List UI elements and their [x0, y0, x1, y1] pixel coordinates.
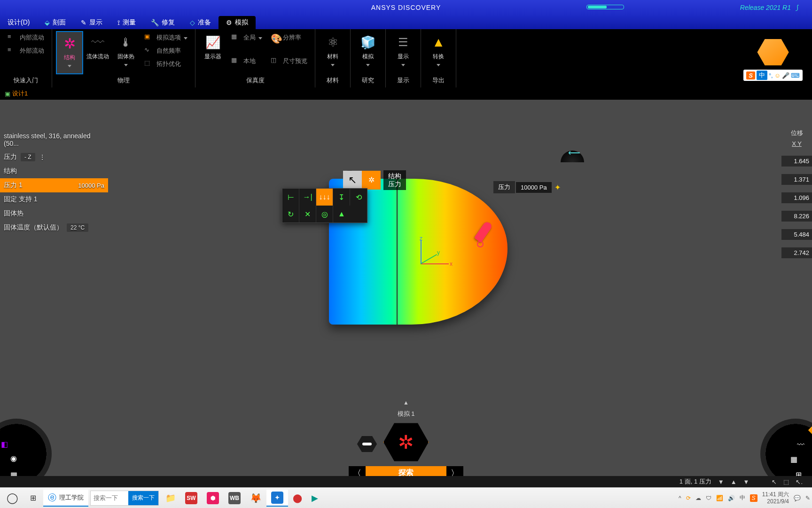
tree-structure[interactable]: 结构	[0, 164, 108, 178]
ctx-btn-remote[interactable]: ↻	[282, 206, 299, 222]
btn-simulate[interactable]: 🧊 模拟	[354, 31, 382, 74]
btn-local[interactable]: ▦本地	[227, 55, 266, 68]
tray-volume-icon[interactable]: 🔊	[728, 495, 735, 501]
stage-solve-button[interactable]: ✲	[383, 421, 429, 463]
status-up-icon[interactable]: ▲	[731, 478, 737, 485]
btn-fluid-flow[interactable]: 〰 流体流动	[84, 31, 111, 74]
tree-pressure1[interactable]: 压力 110000 Pa	[0, 178, 108, 192]
tree-material[interactable]: stainless steel, 316, annealed (50...	[0, 129, 108, 150]
cursor-box-icon[interactable]: ⬚	[783, 478, 789, 485]
status-down-icon[interactable]: ▼	[718, 478, 724, 485]
task-app1[interactable]: ⬢	[202, 490, 224, 507]
tray-up-icon[interactable]: ^	[679, 495, 681, 501]
chevron-up-icon[interactable]: ▲	[403, 399, 409, 406]
structure-icon[interactable]: ✲	[362, 171, 381, 190]
tray-notifications-icon[interactable]: 💬	[794, 495, 801, 501]
start-button[interactable]: ◯	[2, 488, 23, 508]
tray-security-icon[interactable]: 🛡	[706, 495, 711, 501]
ctx-btn-pressure[interactable]: ↓↓↓	[316, 189, 333, 206]
stage-minimize[interactable]	[357, 435, 377, 453]
btn-material[interactable]: ⚛ 材料	[319, 31, 346, 74]
wheel-axis-icon[interactable]: x	[0, 463, 3, 476]
cursor-select-icon[interactable]: ↖	[772, 478, 777, 485]
btn-sim-options[interactable]: ▣模拟选项	[141, 31, 191, 44]
task-record[interactable]: ⬤	[288, 490, 307, 507]
task-workbench[interactable]: WB	[224, 490, 245, 507]
btn-internal-flow[interactable]: ≡内部流动	[4, 31, 48, 44]
view-compass[interactable]: ⟵	[561, 151, 584, 174]
tray-pen-icon[interactable]: ✎	[805, 495, 810, 501]
status-down2-icon[interactable]: ▼	[743, 478, 750, 485]
app1-icon: ⬢	[207, 492, 219, 504]
wheel-spark-icon[interactable]: ✦	[0, 423, 4, 437]
wheel-cube-icon[interactable]: ◧	[0, 437, 11, 451]
btn-resolution[interactable]: 🎨分辨率	[267, 31, 311, 44]
btn-structure[interactable]: ✲ 结构	[56, 31, 83, 74]
ctx-btn-moment[interactable]: ⟲	[350, 189, 367, 206]
ribbon-group-quick: ≡内部流动 ≡外部流动 快速入门	[0, 29, 52, 87]
wheel-reel-icon[interactable]: ◉	[7, 452, 20, 465]
tab-repair[interactable]: 🔧修复	[143, 16, 182, 29]
tray-wifi-icon[interactable]: 📶	[716, 495, 723, 501]
group-label-physics: 物理	[56, 75, 191, 86]
task-explorer[interactable]: 📁	[161, 490, 180, 507]
discovery-logo-icon[interactable]	[757, 38, 789, 67]
flow-out-icon: ≡	[8, 46, 17, 56]
task-firefox[interactable]: 🦊	[245, 490, 266, 507]
tray-lang-icon[interactable]: 中	[740, 494, 745, 502]
ctx-btn-displacement[interactable]: ↧	[333, 189, 350, 206]
wheel-mesh-icon[interactable]: ▦	[787, 452, 800, 466]
group-label-research: 研究	[354, 75, 382, 86]
probe-marker-icon[interactable]	[479, 221, 498, 249]
btn-convert[interactable]: ▲ 转换	[425, 31, 452, 74]
ctx-btn-bearing[interactable]: ◎	[316, 206, 333, 222]
tray-cloud-icon[interactable]: ☁	[695, 495, 701, 501]
tab-display[interactable]: ✎显示	[73, 16, 110, 29]
btn-natural-freq[interactable]: ∿自然频率	[141, 44, 191, 57]
ctx-btn-fixed[interactable]: ⊢	[282, 189, 299, 206]
ctx-btn-hinge[interactable]: ✕	[299, 206, 316, 222]
tab-prepare[interactable]: ◇准备	[182, 16, 219, 29]
tab-profile[interactable]: ⬙刻面	[37, 16, 73, 29]
direction-icon[interactable]: ✦	[554, 183, 561, 192]
tree-force[interactable]: 压力- Z⋮	[0, 150, 108, 164]
legend-value: 8.226	[781, 211, 812, 222]
btn-external-flow[interactable]: ≡外部流动	[4, 44, 48, 57]
pressure-callout[interactable]: 压力 10000 Pa ✦	[493, 181, 561, 193]
tray-clock[interactable]: 11:41 周六 2021/9/4	[762, 491, 789, 505]
ctx-btn-force[interactable]: →|	[299, 189, 316, 206]
btn-monitor[interactable]: 📈 显示器	[199, 31, 226, 74]
tab-measure[interactable]: ⟟测量	[110, 16, 143, 29]
search-input[interactable]	[91, 494, 128, 501]
task-solidworks[interactable]: SW	[180, 490, 202, 507]
tree-body-heat[interactable]: 固体热	[0, 206, 108, 221]
tab-simulate[interactable]: ⚙模拟	[219, 16, 256, 29]
btn-topo-opt[interactable]: ⬚拓扑优化	[141, 57, 191, 71]
tree-body-temp[interactable]: 固体温度（默认值）22 °C	[0, 221, 108, 235]
gear-icon: ✲	[61, 35, 78, 52]
btn-size-preview[interactable]: ◫尺寸预览	[267, 55, 311, 68]
simulation-name[interactable]: 模拟 1	[398, 410, 415, 418]
tray-sogou-icon[interactable]: S	[750, 494, 757, 502]
legend-axis[interactable]: X Y	[781, 139, 812, 148]
doc-tab-design1[interactable]: ▣ 设计1	[5, 89, 28, 98]
task-media[interactable]: ▶	[307, 490, 323, 507]
tray-sync-icon[interactable]: ⟳	[686, 495, 691, 501]
tab-design[interactable]: 设计(D)	[0, 16, 37, 29]
wheel-layers-icon[interactable]: 🔶	[806, 423, 812, 437]
cursor-lasso-icon[interactable]: ↖.	[796, 478, 803, 485]
taskbar-search[interactable]: 搜索一下	[90, 491, 159, 506]
tree-fixed-support[interactable]: 固定 支持 1	[0, 192, 108, 206]
task-discovery[interactable]: ✦	[266, 490, 288, 507]
wheel-wave-icon[interactable]: 〰	[794, 438, 807, 452]
btn-solid-heat[interactable]: 🌡 固体热	[112, 31, 140, 74]
search-button[interactable]: 搜索一下	[128, 491, 158, 505]
more-icon[interactable]: ⋮	[39, 153, 46, 161]
task-view-button[interactable]: ⊞	[23, 488, 43, 508]
ctx-btn-bolt[interactable]: ▲	[333, 206, 350, 222]
btn-show[interactable]: ☰ 显示	[390, 31, 417, 74]
ime-indicator[interactable]: S 中 °, ☺ 🎤 ⌨	[743, 70, 803, 81]
wheel-target-icon[interactable]: ◎	[809, 454, 812, 467]
btn-global[interactable]: ▦全局	[227, 31, 266, 44]
task-ie[interactable]: ⓔ 理工学院	[43, 490, 88, 507]
